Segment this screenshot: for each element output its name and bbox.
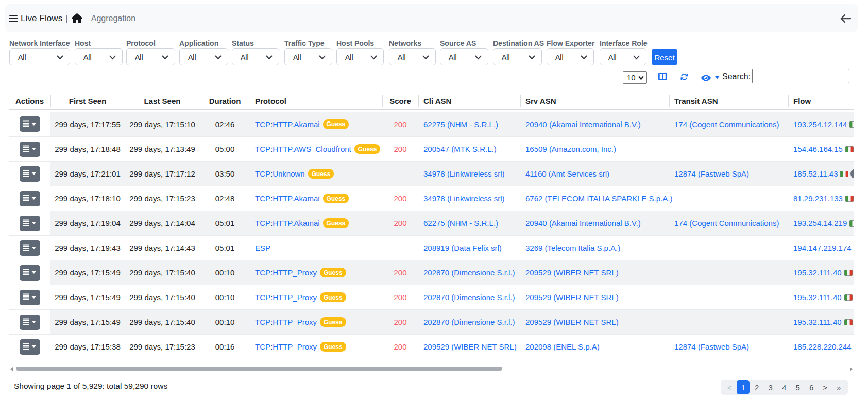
proto-l4-link[interactable]: TCP	[255, 145, 270, 153]
flow-ip-link[interactable]: 195.32.111.40	[793, 293, 842, 302]
search-input[interactable]	[752, 69, 849, 83]
pagination-page-4[interactable]: 4	[778, 380, 791, 394]
flow-ip-link[interactable]: 154.46.164.15	[793, 145, 843, 153]
columns-icon[interactable]	[658, 73, 667, 80]
cli-asn-link[interactable]: 62275 (NHM - S.R.L.)	[423, 219, 498, 228]
column-header-first-seen[interactable]: First Seen	[50, 93, 125, 110]
cli-asn-link[interactable]: 202870 (Dimensione S.r.l.)	[423, 318, 515, 326]
proto-l7-link[interactable]: HTTP_Proxy	[273, 342, 317, 351]
pagination-page-5[interactable]: 5	[791, 380, 804, 394]
row-actions-button[interactable]	[20, 290, 40, 305]
filter-select-application[interactable]: All	[179, 48, 228, 65]
horizontal-scrollbar-thumb[interactable]	[16, 367, 502, 371]
proto-l7-link[interactable]: HTTP.Akamai	[273, 219, 319, 228]
row-actions-button[interactable]	[20, 166, 40, 182]
proto-l4-link[interactable]: TCP	[255, 219, 270, 228]
srv-asn-link[interactable]: 209529 (WIBER NET SRL)	[525, 318, 619, 326]
eye-dropdown[interactable]	[701, 74, 720, 83]
proto-l4-link[interactable]: TCP	[255, 194, 270, 203]
srv-asn-link[interactable]: 41160 (Amt Services srl)	[525, 169, 609, 178]
srv-asn-link[interactable]: 20940 (Akamai International B.V.)	[525, 120, 641, 129]
transit-asn-link[interactable]: 12874 (Fastweb SpA)	[674, 342, 749, 351]
filter-select-destination-as[interactable]: All	[493, 48, 542, 65]
flow-ip-link[interactable]: 193.254.14.219	[793, 219, 847, 228]
column-header-protocol[interactable]: Protocol	[250, 93, 382, 110]
proto-l7-link[interactable]: Unknown	[273, 169, 305, 178]
filter-select-networks[interactable]: All	[389, 48, 436, 65]
row-actions-button[interactable]	[20, 339, 40, 355]
cli-asn-link[interactable]: 200547 (MTK S.R.L.)	[423, 145, 497, 153]
srv-asn-link[interactable]: 16509 (Amazon.com, Inc.)	[525, 145, 616, 153]
home-icon[interactable]	[72, 13, 82, 23]
column-header-transit-asn[interactable]: Transit ASN	[669, 93, 788, 110]
proto-l7-link[interactable]: HTTP.AWS_Cloudfront	[273, 145, 351, 153]
row-actions-button[interactable]	[20, 265, 40, 281]
filter-select-interface-role[interactable]: All	[600, 48, 646, 65]
proto-l7-link[interactable]: HTTP.Akamai	[273, 194, 319, 203]
srv-asn-link[interactable]: 209529 (WIBER NET SRL)	[525, 268, 619, 277]
row-actions-button[interactable]	[20, 191, 40, 206]
proto-l4-link[interactable]: ESP	[255, 244, 270, 252]
row-actions-button[interactable]	[20, 240, 40, 256]
proto-l4-link[interactable]: TCP	[255, 268, 270, 277]
cli-asn-link[interactable]: 34978 (Linkwireless srl)	[423, 169, 505, 178]
proto-l4-link[interactable]: TCP	[255, 119, 270, 128]
refresh-icon[interactable]	[680, 73, 689, 81]
filter-select-flow-exporter[interactable]: All	[547, 48, 594, 65]
filter-select-network-interface[interactable]: All	[9, 48, 70, 65]
srv-asn-link[interactable]: 209529 (WIBER NET SRL)	[525, 293, 619, 302]
reset-button[interactable]: Reset	[652, 49, 677, 65]
cli-asn-link[interactable]: 202870 (Dimensione S.r.l.)	[423, 293, 515, 302]
flow-ip-link[interactable]: 81.29.231.133	[793, 194, 843, 203]
pagination-page-1[interactable]: 1	[737, 380, 750, 394]
column-header-last-seen[interactable]: Last Seen	[125, 93, 200, 110]
column-header-flow[interactable]: Flow	[788, 93, 854, 110]
cli-asn-link[interactable]: 202870 (Dimensione S.r.l.)	[423, 268, 515, 277]
filter-select-traffic-type[interactable]: All	[284, 48, 332, 65]
proto-l4-link[interactable]: TCP	[255, 293, 270, 302]
row-actions-button[interactable]	[20, 116, 40, 132]
filter-select-source-as[interactable]: All	[440, 48, 488, 65]
column-header-actions[interactable]: Actions	[9, 93, 50, 110]
row-actions-button[interactable]	[20, 142, 40, 157]
pagination-page-3[interactable]: 3	[764, 380, 777, 394]
flow-ip-link[interactable]: 185.52.11.43	[793, 169, 838, 178]
proto-l7-link[interactable]: HTTP_Proxy	[273, 318, 317, 326]
srv-asn-link[interactable]: 202098 (ENEL S.p.A)	[525, 342, 600, 351]
column-header-duration[interactable]: Duration	[200, 93, 250, 110]
column-header-srv-asn[interactable]: Srv ASN	[520, 93, 669, 110]
row-actions-button[interactable]	[20, 315, 40, 330]
proto-l4-link[interactable]: TCP	[255, 342, 270, 351]
filter-select-protocol[interactable]: All	[126, 48, 175, 65]
proto-l4-link[interactable]: TCP	[255, 318, 270, 326]
srv-asn-link[interactable]: 3269 (Telecom Italia S.p.A.)	[525, 244, 620, 252]
transit-asn-link[interactable]: 12874 (Fastweb SpA)	[674, 169, 749, 178]
pagination-last[interactable]: »	[832, 380, 845, 394]
flow-ip-link[interactable]: 193.254.12.144	[793, 120, 847, 129]
scrollbar-right-arrow[interactable]	[850, 367, 853, 371]
back-arrow-icon[interactable]	[840, 14, 851, 23]
pagination-page-2[interactable]: 2	[751, 380, 763, 394]
cli-asn-link[interactable]: 62275 (NHM - S.R.L.)	[423, 120, 498, 129]
proto-l7-link[interactable]: HTTP_Proxy	[273, 293, 317, 302]
proto-l7-link[interactable]: HTTP_Proxy	[273, 268, 317, 277]
proto-l4-link[interactable]: TCP	[255, 169, 270, 178]
pagination-next[interactable]: >	[819, 380, 831, 394]
column-header-cli-asn[interactable]: Cli ASN	[418, 93, 520, 110]
cli-asn-link[interactable]: 34978 (Linkwireless srl)	[423, 194, 505, 203]
flow-ip-link[interactable]: 195.32.111.40	[793, 268, 842, 277]
transit-asn-link[interactable]: 174 (Cogent Communications)	[674, 120, 779, 129]
srv-asn-link[interactable]: 20940 (Akamai International B.V.)	[525, 219, 641, 228]
filter-select-status[interactable]: All	[232, 48, 279, 65]
cli-asn-link[interactable]: 208919 (Data Felix srl)	[423, 244, 502, 252]
pagination-page-6[interactable]: 6	[805, 380, 818, 394]
column-header-score[interactable]: Score	[382, 93, 418, 110]
row-actions-button[interactable]	[20, 216, 40, 231]
filter-select-host[interactable]: All	[75, 48, 123, 65]
flow-ip-link[interactable]: 195.32.111.40	[793, 318, 842, 326]
transit-asn-link[interactable]: 174 (Cogent Communications)	[674, 219, 779, 228]
hamburger-menu-icon[interactable]	[9, 15, 18, 22]
flows-table-container[interactable]: ActionsFirst SeenLast SeenDurationProtoc…	[9, 93, 854, 359]
scrollbar-left-arrow[interactable]	[10, 367, 13, 371]
proto-l7-link[interactable]: HTTP.Akamai	[273, 119, 319, 128]
